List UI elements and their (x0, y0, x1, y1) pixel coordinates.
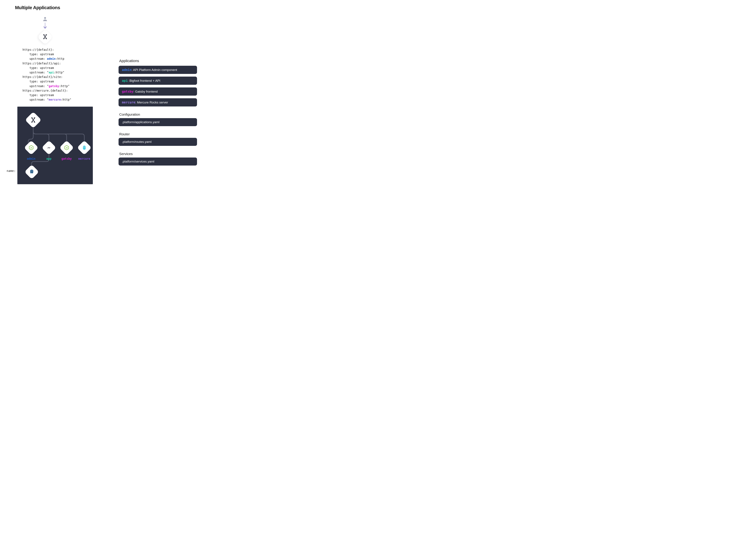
left-column: https://{default}: type: upstream upstre… (7, 16, 97, 184)
svg-text:JS: JS (30, 147, 32, 149)
topology-diagram: JS php JS (17, 107, 93, 184)
topology-label-app: app (42, 157, 56, 160)
routes-yaml-snippet: https://{default}: type: upstream upstre… (22, 48, 97, 102)
svg-text:JS: JS (65, 147, 68, 149)
svg-point-0 (44, 17, 46, 19)
right-column: Applications admin: API Platform Admin c… (119, 16, 197, 184)
php-icon: php (46, 145, 52, 150)
services-heading: Services (119, 152, 197, 156)
router-heading: Router (119, 132, 197, 136)
nodejs-icon: JS (64, 145, 69, 150)
app-card-gatsby: gatsby: Gatsby frontend (119, 87, 197, 96)
topology-label-admin: admin (24, 157, 39, 160)
app-card-mercure: mercure: Mercure Rocks server (119, 98, 197, 106)
router-icon (37, 29, 53, 45)
services-file: .platform/services.yaml (119, 158, 197, 166)
name-column-label: name: (7, 118, 16, 172)
request-flow-stack (35, 16, 55, 43)
router-icon (30, 117, 36, 123)
topology-label-gatsby: gatsby (59, 157, 74, 160)
page-title: Multiple Applications (7, 5, 200, 10)
topology-label-mercure: mercure (77, 157, 92, 160)
configuration-heading: Configuration (119, 112, 197, 116)
applications-heading: Applications (119, 59, 197, 63)
app-card-api: api: Bigfoot frontend + API (119, 77, 197, 85)
router-file: .platform/routes.yaml (119, 138, 197, 146)
arrow-down-icon (43, 22, 47, 30)
postgresql-icon (29, 169, 35, 174)
user-icon (42, 16, 48, 22)
configuration-file: .platform/applications.yaml (119, 118, 197, 126)
svg-text:php: php (48, 147, 50, 149)
nodejs-icon: JS (28, 145, 34, 150)
app-card-admin: admin: API Platform Admin component (119, 66, 197, 74)
go-gopher-icon (82, 145, 87, 150)
svg-rect-4 (83, 146, 86, 150)
